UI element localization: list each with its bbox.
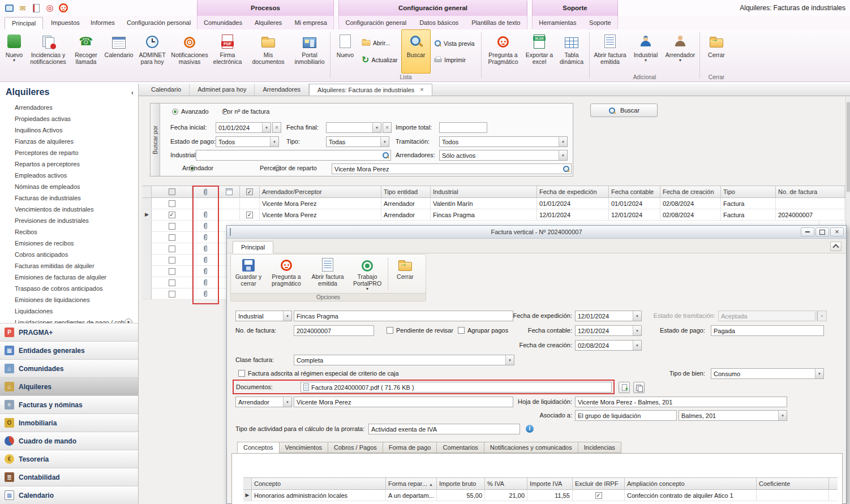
sidebar-item-emisiones-facturas-alquiler[interactable]: Emisiones de facturas de alquiler	[0, 272, 138, 283]
fecha-inicial-input[interactable]: 01/01/2024	[216, 122, 271, 133]
ribbon-tab-comunidades[interactable]: Comunidades	[204, 19, 242, 26]
abrir-factura-emitida-button[interactable]: Abrir factura emitida	[591, 29, 629, 74]
sidebar-item-traspaso-cobros[interactable]: Traspaso de cobros anticipados	[0, 283, 138, 294]
chevron-down-icon[interactable]	[778, 411, 787, 420]
chevron-down-icon[interactable]	[633, 341, 641, 350]
ribbon-tab-datos-basicos[interactable]: Datos básicos	[419, 19, 458, 26]
col-tipo-entidad[interactable]: Tipo entidad	[381, 186, 431, 197]
excluir-irpf-checkbox[interactable]	[595, 492, 602, 499]
portal-inmobiliario-button[interactable]: Portal inmobiliario	[291, 29, 328, 74]
scrollbar-thumb[interactable]	[847, 102, 850, 192]
ribbon-tab-configuracion-personal[interactable]: Configuración personal	[120, 17, 198, 29]
doc-tab-calendario[interactable]: Calendario	[143, 84, 190, 96]
row-checkbox[interactable]	[169, 291, 175, 298]
module-entidades-generales[interactable]: ▦ Entidades generales	[0, 341, 138, 359]
module-pragma[interactable]: P PRAGMA+	[0, 323, 138, 341]
sidebar-item-repartos-perceptores[interactable]: Repartos a perceptores	[0, 158, 138, 170]
estado-pago-input[interactable]: Pagada	[711, 325, 824, 336]
col-forma-reparto[interactable]: Forma repar...	[386, 478, 437, 489]
sidebar-item-arrendadores[interactable]: Arrendadores	[0, 102, 138, 113]
module-comunidades[interactable]: ⌂ Comunidades	[0, 359, 138, 377]
sidebar-item-emisiones-liquidaciones[interactable]: Emisiones de liquidaciones	[0, 294, 138, 305]
fecha-creacion-input[interactable]: 02/08/2024	[575, 340, 642, 351]
buscar-action-button[interactable]: Buscar	[590, 104, 658, 117]
checked-column-header[interactable]	[240, 186, 260, 197]
notes-icon[interactable]	[31, 2, 42, 14]
recoger-llamada-button[interactable]: ☎ Recoger llamada	[69, 29, 103, 74]
nuevo-button[interactable]: Nuevo▼	[1, 29, 27, 74]
doc-tab-facturas-industriales[interactable]: Alquileres: Facturas de industriales	[309, 84, 432, 96]
tipo-select[interactable]: Todas	[326, 136, 389, 147]
nuevo-registro-button[interactable]: Nuevo	[332, 29, 358, 74]
trabajo-portalpro-button[interactable]: Trabajo PortalPRO▼	[349, 255, 386, 293]
row-checkbox[interactable]	[169, 257, 175, 264]
minimize-button[interactable]	[801, 227, 814, 236]
pregunta-pragmatico-button[interactable]: Pregunta a pragmático	[266, 255, 307, 293]
ribbon-tab-configuracion-general[interactable]: Configuración general	[346, 19, 407, 26]
chevron-down-icon[interactable]	[372, 123, 381, 132]
info-icon[interactable]	[526, 425, 534, 433]
chevron-down-icon[interactable]	[380, 137, 389, 147]
module-tesoreria[interactable]: € Tesorería	[0, 450, 138, 468]
hoja-liquidacion-input[interactable]: Vicente Mora Perez - Balmes, 201	[575, 397, 787, 407]
sidebar-item-cobros-anticipados[interactable]: Cobros anticipados	[0, 249, 138, 260]
emitted-column-header[interactable]	[219, 186, 240, 197]
row-verified-checkbox[interactable]	[246, 212, 253, 218]
sidebar-item-fianzas[interactable]: Fianzas de alquileres	[0, 136, 138, 147]
agrupar-pagos-checkbox[interactable]	[458, 327, 465, 334]
clase-factura-select[interactable]: Completa	[294, 355, 514, 365]
chevron-down-icon[interactable]	[283, 397, 291, 407]
row-checkbox[interactable]	[169, 223, 175, 230]
tab-comentarios[interactable]: Comentarios	[436, 442, 483, 453]
sidebar-item-inquilinos-activos[interactable]: Inquilinos Activos	[0, 124, 138, 136]
arrendador-name-input[interactable]: Vicente Mora Perez	[294, 397, 513, 407]
ribbon-tab-herramientas[interactable]: Herramientas	[539, 19, 576, 26]
col-industrial[interactable]: Industrial	[431, 186, 537, 197]
asociado-grupo-input[interactable]: El grupo de liquidación	[575, 410, 677, 421]
module-facturas-nominas[interactable]: ≡ Facturas y nóminas	[0, 395, 138, 413]
chevron-down-icon[interactable]	[559, 137, 567, 147]
row-checkbox[interactable]	[169, 200, 175, 207]
maximize-button[interactable]	[815, 227, 829, 236]
pendiente-revisar-checkbox[interactable]	[387, 327, 393, 334]
col-ampliacion[interactable]: Ampliación concepto	[625, 478, 757, 489]
industrial-name-input[interactable]: Fincas Pragma	[294, 311, 513, 321]
fecha-contable-input[interactable]: 12/01/2024	[575, 325, 642, 336]
sidebar-item-perceptores-reparto[interactable]: Perceptores de reparto	[0, 147, 138, 158]
adminet-hoy-button[interactable]: ADMINET para hoy	[135, 29, 170, 74]
record-icon[interactable]: ◎	[44, 2, 55, 14]
pregunta-pragmatico-button[interactable]: Pregunta a Pragmático	[483, 29, 523, 74]
notificaciones-masivas-button[interactable]: Notificaciones masivas	[170, 29, 209, 74]
fecha-expedicion-input[interactable]: 12/01/2024	[575, 311, 642, 321]
col-excluir-irpf[interactable]: Excluir de IRPF	[573, 478, 625, 489]
cerrar-button[interactable]: → Cerrar	[702, 29, 731, 74]
chevron-down-icon[interactable]	[262, 123, 271, 132]
imprimir-button[interactable]: Imprimir	[432, 56, 478, 64]
add-document-button[interactable]: +	[619, 382, 630, 393]
ribbon-tab-soporte[interactable]: Soporte	[589, 19, 611, 26]
chevron-down-icon[interactable]	[815, 369, 823, 378]
fecha-final-input[interactable]	[326, 122, 381, 133]
row-checkbox[interactable]	[169, 245, 175, 252]
concepto-row[interactable]: ▶ Honorarios administración locales A un…	[243, 490, 838, 501]
tab-vencimientos[interactable]: Vencimientos	[279, 442, 328, 453]
ribbon-tab-alquileres[interactable]: Alquileres	[255, 19, 282, 26]
entity-type-select[interactable]: Industrial	[235, 311, 292, 321]
col-iva[interactable]: % IVA	[485, 478, 527, 489]
guardar-cerrar-button[interactable]: Guardar y cerrar	[231, 255, 266, 293]
dialog-tab-principal[interactable]: Principal	[233, 241, 273, 253]
row-checkbox[interactable]	[169, 279, 175, 286]
importe-total-input[interactable]	[439, 122, 487, 133]
col-importe-bruto[interactable]: Importe bruto	[437, 478, 485, 489]
module-calendario[interactable]: ▦ Calendario	[0, 486, 138, 504]
col-importe-iva[interactable]: Importe IVA	[527, 478, 573, 489]
chevron-down-icon[interactable]	[633, 326, 641, 335]
doc-tab-adminet[interactable]: Adminet para hoy	[190, 84, 255, 96]
chevron-down-icon[interactable]	[633, 311, 641, 321]
calendario-button[interactable]: Calendario	[103, 29, 135, 74]
select-all-header[interactable]	[152, 186, 192, 197]
clear-fecha-final-button[interactable]	[383, 122, 392, 133]
arrendadores-select[interactable]: Sólo activos	[439, 150, 568, 161]
col-no-factura[interactable]: No. de factura	[776, 186, 845, 197]
col-arrendador-perceptor[interactable]: Arrendador/Perceptor	[260, 186, 381, 197]
